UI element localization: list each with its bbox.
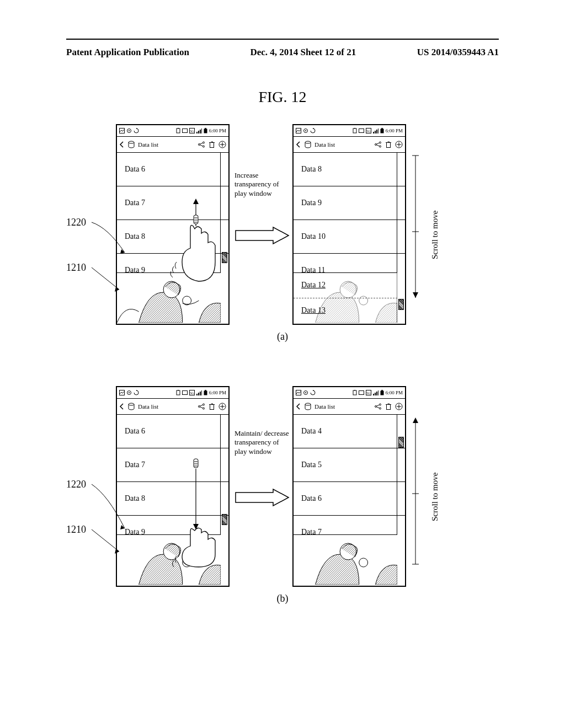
list-item-label: Data 9 <box>301 199 322 207</box>
trash-icon[interactable] <box>209 141 215 148</box>
trash-icon[interactable] <box>209 403 215 410</box>
scrollbar-thumb[interactable] <box>222 252 227 263</box>
list-item[interactable]: Data 6 <box>117 153 228 186</box>
status-bar: 5G 6:00 PM <box>117 125 228 137</box>
play-window-transparent[interactable]: Data 12 Data 13 <box>294 272 397 323</box>
app-icon <box>296 128 301 133</box>
play-window[interactable] <box>117 534 221 585</box>
sim-icon <box>182 129 188 133</box>
list-area[interactable]: Data 8 Data 9 Data 10 Data 11 <box>294 153 405 323</box>
leader-1210 <box>92 267 125 295</box>
phone-a-right: 5G 6:00 PM Data list Data 8 Data 9 Data … <box>292 124 406 325</box>
db-icon[interactable] <box>305 141 311 148</box>
svg-point-96 <box>305 403 311 405</box>
share-icon[interactable] <box>374 403 382 410</box>
add-icon[interactable] <box>395 141 403 148</box>
play-window[interactable] <box>117 272 221 323</box>
overlay-item[interactable]: Data 13 <box>294 298 397 323</box>
svg-rect-5 <box>182 129 187 133</box>
svg-rect-8 <box>196 132 198 133</box>
trash-icon[interactable] <box>385 141 392 148</box>
video-artwork <box>117 273 221 323</box>
share-icon[interactable] <box>198 403 205 410</box>
list-item-label: Data 10 <box>301 232 326 241</box>
svg-rect-36 <box>373 132 374 133</box>
svg-point-71 <box>203 408 205 409</box>
subfigure-label-b: (b) <box>66 593 499 604</box>
app-bar: Data list <box>117 137 228 153</box>
svg-rect-92 <box>376 392 377 395</box>
list-item[interactable]: Data 8 <box>117 220 228 254</box>
svg-rect-10 <box>200 130 201 133</box>
db-icon[interactable] <box>128 403 135 410</box>
video-artwork <box>294 535 397 585</box>
list-area[interactable]: Data 6 Data 7 Data 8 Data 9 <box>117 415 228 585</box>
list-area[interactable]: Data 4 Data 5 Data 6 Data 7 <box>294 415 405 585</box>
svg-rect-3 <box>177 129 180 133</box>
list-item[interactable]: Data 7 <box>117 448 228 482</box>
gear-icon <box>126 128 132 133</box>
svg-point-97 <box>375 406 377 408</box>
header-left: Patent Application Publication <box>66 47 189 58</box>
back-icon[interactable] <box>119 403 125 410</box>
list-item-label: Data 5 <box>301 461 322 469</box>
add-icon[interactable] <box>395 403 403 410</box>
list-item[interactable]: Data 6 <box>294 482 405 516</box>
scroll-label: Scroll to move <box>430 473 440 521</box>
back-icon[interactable] <box>119 141 125 148</box>
scrollbar-thumb[interactable] <box>398 437 404 448</box>
play-window[interactable] <box>294 534 397 585</box>
list-item-label: Data 7 <box>125 199 145 207</box>
list-item[interactable]: Data 8 <box>117 482 228 516</box>
svg-point-45 <box>380 146 381 147</box>
scrollbar-track[interactable] <box>220 415 228 585</box>
overlay-item[interactable]: Data 12 <box>294 273 397 298</box>
header-right: US 2014/0359443 A1 <box>417 47 499 58</box>
list-area[interactable]: Data 6 Data 7 Data 8 Data 9 <box>117 153 228 323</box>
app-bar: Data list <box>294 399 405 415</box>
svg-text:5G: 5G <box>190 130 194 133</box>
share-icon[interactable] <box>374 141 382 148</box>
sim-icon <box>182 390 188 395</box>
figure-title: FIG. 12 <box>0 88 565 106</box>
list-item-label: Data 6 <box>301 494 322 503</box>
scrollbar-track[interactable] <box>220 153 228 323</box>
scrollbar-track[interactable] <box>397 153 405 323</box>
svg-rect-58 <box>178 390 179 390</box>
list-item[interactable]: Data 10 <box>294 220 405 254</box>
list-item[interactable]: Data 7 <box>117 186 228 220</box>
scrollbar-track[interactable] <box>397 415 405 585</box>
status-bar: 5G 6:00 PM <box>117 387 228 399</box>
status-time: 6:00 PM <box>209 128 226 133</box>
appbar-title: Data list <box>315 403 371 410</box>
battery-icon <box>176 390 180 395</box>
list-item[interactable]: Data 6 <box>117 415 228 448</box>
svg-rect-57 <box>177 390 180 395</box>
list-item[interactable]: Data 8 <box>294 153 405 186</box>
db-icon[interactable] <box>128 141 135 148</box>
back-icon[interactable] <box>296 141 301 148</box>
app-icon <box>296 390 301 395</box>
scrollbar-thumb[interactable] <box>222 514 227 525</box>
subfigure-label-a: (a) <box>66 331 499 342</box>
ref-1220: 1220 <box>66 479 86 490</box>
leader-1220 <box>92 222 130 261</box>
add-icon[interactable] <box>218 141 226 148</box>
list-item[interactable]: Data 5 <box>294 448 405 482</box>
gear-icon <box>126 390 132 395</box>
svg-rect-63 <box>198 393 199 395</box>
svg-rect-18 <box>210 143 214 148</box>
trash-icon[interactable] <box>385 403 392 410</box>
back-icon[interactable] <box>296 403 301 410</box>
share-icon[interactable] <box>198 141 205 148</box>
svg-point-42 <box>305 141 311 143</box>
list-item[interactable]: Data 9 <box>294 186 405 220</box>
list-item[interactable]: Data 4 <box>294 415 405 448</box>
network-icon: 5G <box>366 128 371 133</box>
add-icon[interactable] <box>218 403 226 410</box>
svg-rect-38 <box>376 130 377 133</box>
db-icon[interactable] <box>305 403 311 410</box>
scrollbar-thumb[interactable] <box>398 299 404 310</box>
svg-rect-32 <box>354 128 355 129</box>
ref-1220: 1220 <box>66 217 86 228</box>
